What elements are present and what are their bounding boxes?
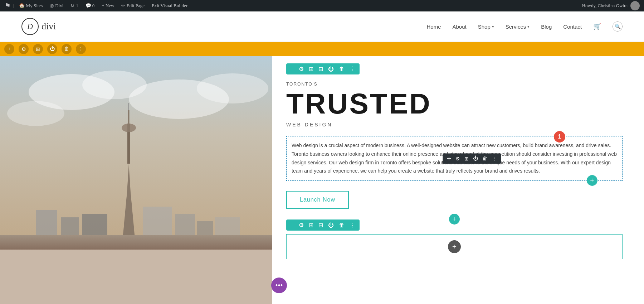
site-logo[interactable]: D divi xyxy=(21,18,56,35)
section-power-button[interactable]: ⏻ xyxy=(47,44,57,54)
city-skyline-svg xyxy=(0,56,272,250)
city-image xyxy=(0,56,272,250)
bottom-grid-button[interactable]: ⊟ xyxy=(318,222,323,228)
module-more-button[interactable]: ⋮ xyxy=(492,155,497,161)
howdy-label: Howdy, Christina Gwira xyxy=(582,3,628,9)
bottom-row-toolbar: + ⚙ ⊞ ⊟ ⏻ 🗑 ⋮ xyxy=(286,219,360,231)
hero-main-title: TRUSTED xyxy=(286,90,623,118)
divi-link[interactable]: ◎ Divi xyxy=(47,0,66,11)
edit-page-label: ✏ Edit Page xyxy=(121,3,144,9)
svg-point-4 xyxy=(197,73,268,103)
updates-icon: ↻ xyxy=(70,3,74,9)
search-icon: 🔍 xyxy=(615,24,621,30)
main-content: + ⚙ ⊞ ⊟ ⏻ 🗑 ⋮ TORONTO'S TRUSTED WEB DESI… xyxy=(0,56,644,304)
row-toolbar: + ⚙ ⊞ ⊟ ⏻ 🗑 ⋮ xyxy=(286,63,360,74)
add-row-button[interactable]: + xyxy=(448,240,461,253)
power-icon: ⏻ xyxy=(50,46,55,52)
nav-blog[interactable]: Blog xyxy=(541,24,552,30)
cart-icon[interactable]: 🛒 xyxy=(593,23,601,30)
row-grid-button[interactable]: ⊟ xyxy=(318,66,323,72)
module-settings-button[interactable]: ⚙ xyxy=(455,155,460,161)
bottom-settings-button[interactable]: ⚙ xyxy=(299,222,304,228)
section-add-button[interactable]: + xyxy=(4,44,14,54)
svg-point-5 xyxy=(7,101,64,126)
bottom-delete-button[interactable]: 🗑 xyxy=(339,222,345,228)
svg-rect-9 xyxy=(127,124,130,132)
wordpress-icon[interactable]: ⚑ xyxy=(4,1,11,10)
exit-vb-label: Exit Visual Builder xyxy=(152,3,187,9)
section-more-button[interactable]: ⋮ xyxy=(76,44,86,54)
bottom-layout-button[interactable]: ⊞ xyxy=(309,222,313,228)
module-toolbar: ✛ ⚙ ⊞ ⏻ 🗑 ⋮ xyxy=(443,153,501,164)
edit-page-link[interactable]: ✏ Edit Page xyxy=(118,0,147,11)
launch-now-button[interactable]: Launch Now xyxy=(286,191,349,209)
comment-icon: 💬 xyxy=(86,3,91,9)
module-delete-button[interactable]: 🗑 xyxy=(482,156,487,161)
my-sites-label: My Sites xyxy=(26,3,43,9)
comments-count: 0 xyxy=(92,3,95,9)
admin-bar-right: Howdy, Christina Gwira xyxy=(582,1,640,10)
bottom-section: + + ⚙ ⊞ ⊟ ⏻ 🗑 ⋮ + xyxy=(286,219,623,259)
row-delete-button[interactable]: 🗑 xyxy=(339,66,345,72)
my-sites-link[interactable]: 🏠 My Sites xyxy=(16,0,46,11)
logo-text: divi xyxy=(42,21,56,32)
layout-icon: ⊞ xyxy=(36,46,40,52)
bottom-add-button[interactable]: + xyxy=(291,222,294,228)
site-nav: Home About Shop ▾ Services ▾ Blog Contac… xyxy=(426,21,623,32)
text-module-wrapper: 1 Web design is a crucial aspect of mode… xyxy=(286,136,623,181)
gear-icon: ⚙ xyxy=(21,46,26,52)
comments-link[interactable]: 💬 0 xyxy=(83,0,98,11)
hero-sub-title: WEB DESIGN xyxy=(286,122,623,127)
bottom-section-content: + xyxy=(286,234,623,259)
module-copy-button[interactable]: ⊞ xyxy=(464,155,469,161)
admin-bar: ⚑ | 🏠 My Sites ◎ Divi ↻ 1 💬 0 + New ✏ Ed… xyxy=(0,0,644,11)
logo-circle: D xyxy=(21,18,39,35)
hero-sub-label: TORONTO'S xyxy=(286,82,623,87)
more-icon: ⋮ xyxy=(78,46,83,52)
more-options-icon: ••• xyxy=(275,281,283,290)
site-header: D divi Home About Shop ▾ Services ▾ Blog… xyxy=(0,11,644,42)
bottom-power-button[interactable]: ⏻ xyxy=(328,222,334,228)
trash-icon: 🗑 xyxy=(64,46,69,52)
new-label: + New xyxy=(102,3,114,9)
nav-services[interactable]: Services ▾ xyxy=(506,24,530,30)
bottom-more-button[interactable]: ⋮ xyxy=(350,222,355,228)
shop-dropdown-arrow: ▾ xyxy=(492,24,494,29)
sites-icon: 🏠 xyxy=(19,3,25,9)
new-link[interactable]: + New xyxy=(99,0,117,11)
row-power-button[interactable]: ⏻ xyxy=(328,66,334,72)
updates-link[interactable]: ↻ 1 xyxy=(68,0,81,11)
row-layout-button[interactable]: ⊞ xyxy=(309,66,313,72)
row-add-button[interactable]: + xyxy=(291,66,294,72)
updates-count: 1 xyxy=(76,3,78,9)
logo-letter: D xyxy=(27,22,33,31)
nav-home[interactable]: Home xyxy=(426,24,441,30)
services-dropdown-arrow: ▾ xyxy=(527,24,530,29)
divi-label: Divi xyxy=(55,3,63,9)
svg-rect-7 xyxy=(127,128,130,164)
hero-text-column: + ⚙ ⊞ ⊟ ⏻ 🗑 ⋮ TORONTO'S TRUSTED WEB DESI… xyxy=(272,56,644,304)
add-icon: + xyxy=(8,46,11,52)
nav-contact[interactable]: Contact xyxy=(563,24,582,30)
nav-shop[interactable]: Shop ▾ xyxy=(478,24,494,30)
nav-about[interactable]: About xyxy=(452,24,466,30)
row-more-button[interactable]: ⋮ xyxy=(350,66,355,72)
add-section-above-button[interactable]: + xyxy=(449,214,460,225)
section-layout-button[interactable]: ⊞ xyxy=(33,44,43,54)
builder-toolbar: + ⚙ ⊞ ⏻ 🗑 ⋮ xyxy=(0,42,644,56)
section-delete-button[interactable]: 🗑 xyxy=(62,44,72,54)
search-button[interactable]: 🔍 xyxy=(613,21,623,32)
more-options-button[interactable]: ••• xyxy=(271,278,287,293)
svg-rect-19 xyxy=(0,235,272,250)
add-below-module-button[interactable]: + xyxy=(587,175,597,186)
hero-image-column xyxy=(0,56,272,304)
divi-icon: ◎ xyxy=(50,3,54,9)
module-move-button[interactable]: ✛ xyxy=(447,155,451,161)
exit-vb-link[interactable]: Exit Visual Builder xyxy=(149,0,190,11)
avatar[interactable] xyxy=(630,1,640,10)
section-settings-button[interactable]: ⚙ xyxy=(19,44,29,54)
badge-number: 1 xyxy=(554,131,565,143)
row-settings-button[interactable]: ⚙ xyxy=(299,66,304,72)
module-power-button[interactable]: ⏻ xyxy=(473,156,478,161)
